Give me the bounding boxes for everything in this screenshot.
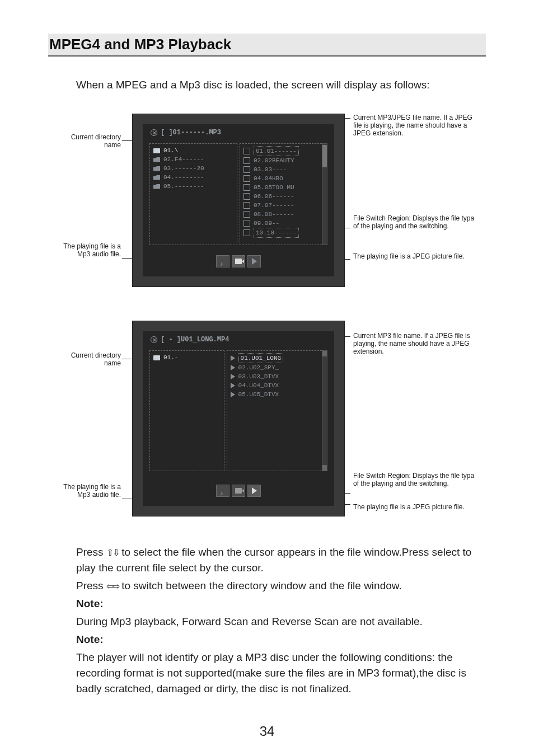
file-row: 09.09-- (243, 219, 324, 228)
selected-file-box: 10.10------ (254, 228, 299, 238)
file-row: 05.U05_DIVX (231, 390, 324, 399)
figure-2: Current directory name The playing file … (48, 321, 486, 528)
label-jpeg-file: The playing file is a JPEG picture file. (353, 503, 479, 511)
switch-picture-button (232, 485, 245, 497)
header-text: [ ]01------.MP3 (161, 129, 221, 137)
music-note-icon (220, 258, 226, 265)
directory-pane: 01.\02.F4------03.------2004.--------05.… (149, 143, 237, 245)
file-row: 02.02BEAUTY (243, 156, 324, 165)
switch-video-button (247, 255, 261, 267)
file-row: 10.10------ (243, 228, 324, 238)
file-row: 04.U04_DIVX (231, 381, 324, 390)
label-jpeg-file: The playing file is a JPEG picture file. (353, 252, 479, 260)
file-row: 04.04HBO (243, 174, 324, 183)
directory-row: 04.-------- (153, 173, 233, 182)
label-playing-left: The playing file is a Mp3 audio file. (59, 483, 121, 499)
figure-1: Current directory name The playing file … (48, 114, 486, 304)
label-playing-left: The playing file is a Mp3 audio file. (59, 242, 121, 258)
directory-row: 05.-------- (153, 182, 233, 191)
label-switch-region: File Switch Region: Displays the file ty… (353, 472, 479, 487)
label-directory: Current directory name (59, 351, 121, 367)
label-directory: Current directory name (59, 133, 121, 149)
note-body: The player will not identify or play a M… (76, 650, 486, 697)
section-title: MPEG4 and MP3 Playback (49, 36, 480, 53)
header-text: [ - ]U01_LONG.MP4 (161, 336, 229, 344)
body-text: Press to select the file when the cursor… (76, 544, 486, 697)
screen-inner: [ - ]U01_LONG.MP4 01.- 01.U01_LONG02.U02… (143, 331, 334, 506)
stop-icon (151, 336, 157, 343)
switch-picture-button (232, 255, 245, 267)
scrollbar-vertical (322, 143, 327, 245)
label-current-file: Current MP3/JPEG file name. If a JPEG fi… (353, 114, 479, 137)
directory-row: 01.\ (153, 146, 233, 155)
scroll-up-arrow (322, 351, 327, 356)
text: to select the file when the cursor appea… (76, 546, 471, 574)
file-switch-region (216, 255, 261, 267)
screen-mp3: [ ]01------.MP3 01.\02.F4------03.------… (132, 114, 345, 287)
music-note-icon (220, 487, 226, 494)
instruction-navigate: Press to select the file when the cursor… (76, 544, 486, 576)
file-row: 03.U03_DIVX (231, 372, 324, 381)
switch-video-button (247, 485, 261, 497)
text: Press (76, 546, 106, 558)
note-body: During Mp3 playback, Forward Scan and Re… (76, 614, 486, 630)
file-row: 06.06------ (243, 192, 324, 201)
directory-row: 03.------20 (153, 164, 233, 173)
label-current-file: Current MP3 file name. If a JPEG file is… (353, 332, 479, 355)
file-pane: 01.U01_LONG02.U02_SPY_03.U03_DIVX04.U04_… (227, 350, 327, 471)
label-switch-region: File Switch Region: Displays the file ty… (353, 214, 479, 230)
file-switch-region (216, 485, 261, 497)
stop-icon (151, 129, 157, 136)
section-title-bar: MPEG4 and MP3 Playback (48, 34, 486, 57)
up-down-arrows-icon (106, 548, 119, 557)
camera-icon (235, 259, 242, 264)
panes-row: 01.\02.F4------03.------2004.--------05.… (149, 143, 327, 245)
instruction-switch: Press to switch between the directory wi… (76, 578, 486, 594)
file-row: 01.01------ (243, 146, 324, 156)
screen-inner: [ ]01------.MP3 01.\02.F4------03.------… (143, 124, 334, 276)
text: to switch between the directory window a… (119, 580, 402, 591)
file-row: 05.05TOO MU (243, 183, 324, 192)
directory-row: 02.F4------ (153, 155, 233, 164)
file-row: 01.U01_LONG (231, 353, 324, 363)
page-number: 34 (0, 724, 534, 739)
file-row: 02.U02_SPY_ (231, 363, 324, 372)
screen-header: [ - ]U01_LONG.MP4 (151, 336, 229, 344)
scrollbar-vertical (322, 350, 327, 471)
screen-mp4: [ - ]U01_LONG.MP4 01.- 01.U01_LONG02.U02… (132, 321, 345, 516)
scroll-down-arrow (322, 465, 327, 471)
scrollbar-thumb (322, 145, 327, 167)
file-row: 08.08------ (243, 210, 324, 219)
directory-pane: 01.- (149, 350, 224, 471)
play-triangle-icon (252, 258, 257, 265)
note-heading: Note: (76, 596, 486, 612)
left-right-arrows-icon (106, 582, 119, 591)
file-pane: 01.01------02.02BEAUTY03.03----04.04HBO0… (240, 143, 327, 245)
file-row: 07.07------ (243, 201, 324, 210)
selected-file-box: 01.U01_LONG (238, 353, 284, 363)
switch-audio-button (216, 485, 229, 497)
file-row: 03.03---- (243, 165, 324, 174)
screen-header: [ ]01------.MP3 (151, 129, 221, 137)
directory-row: 01.- (153, 353, 221, 362)
text: Press (76, 580, 106, 591)
intro-paragraph: When a MPEG and a Mp3 disc is loaded, th… (76, 79, 486, 91)
selected-file-box: 01.01------ (254, 146, 299, 156)
switch-audio-button (216, 255, 229, 267)
play-triangle-icon (252, 487, 257, 494)
panes-row: 01.- 01.U01_LONG02.U02_SPY_03.U03_DIVX04… (149, 350, 327, 471)
camera-icon (235, 488, 242, 494)
note-heading: Note: (76, 632, 486, 647)
